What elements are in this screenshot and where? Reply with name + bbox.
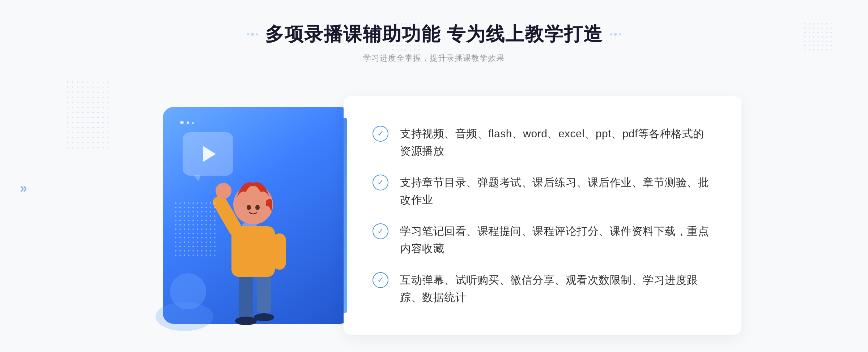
title-row: 多项录播课辅助功能 专为线上教学打造 — [247, 22, 621, 47]
accent-bar — [344, 118, 347, 313]
title-dots-right — [610, 33, 621, 36]
check-circle-1: ✓ — [373, 126, 388, 142]
arrow-left-icon: » — [20, 181, 27, 196]
svg-point-7 — [216, 183, 231, 199]
check-circle-4: ✓ — [373, 272, 388, 288]
content-area: ✓ 支持视频、音频、flash、word、excel、ppt、pdf等各种格式的… — [127, 85, 741, 345]
svg-rect-6 — [273, 233, 286, 270]
page-title: 多项录播课辅助功能 专为线上教学打造 — [265, 22, 603, 47]
check-mark-2: ✓ — [377, 179, 384, 186]
svg-rect-0 — [239, 270, 253, 320]
header-section: 多项录播课辅助功能 专为线上教学打造 学习进度全掌握，提升录播课教学效果 — [247, 22, 621, 64]
dots-decoration-left — [65, 80, 109, 152]
svg-point-2 — [235, 317, 257, 325]
feature-icon-4: ✓ — [373, 272, 388, 288]
features-panel: ✓ 支持视频、音频、flash、word、excel、ppt、pdf等各种格式的… — [344, 96, 741, 335]
feature-item-2: ✓ 支持章节目录、弹题考试、课后练习、课后作业、章节测验、批改作业 — [373, 171, 712, 211]
feature-text-4: 互动弹幕、试听购买、微信分享、观看次数限制、学习进度跟踪、数据统计 — [400, 271, 712, 306]
check-mark-1: ✓ — [377, 130, 384, 138]
page-wrapper: » 多项录播课辅助功能 专为线上教学打造 学习进度全掌握，提升录播课教学效果 — [0, 0, 868, 352]
feature-text-3: 学习笔记回看、课程提问、课程评论打分、课件资料下载，重点内容收藏 — [400, 223, 712, 257]
check-circle-3: ✓ — [373, 223, 388, 239]
check-circle-2: ✓ — [373, 175, 388, 190]
feature-icon-2: ✓ — [373, 175, 388, 190]
feature-text-2: 支持章节目录、弹题考试、课后练习、课后作业、章节测验、批改作业 — [400, 174, 712, 209]
dots-decoration-right — [803, 22, 832, 51]
illustration-panel — [127, 93, 373, 338]
check-mark-4: ✓ — [377, 276, 384, 284]
feature-icon-1: ✓ — [373, 126, 388, 142]
feature-icon-3: ✓ — [373, 223, 388, 239]
feature-item-4: ✓ 互动弹幕、试听购买、微信分享、观看次数限制、学习进度跟踪、数据统计 — [373, 269, 712, 309]
feature-item-3: ✓ 学习笔记回看、课程提问、课程评论打分、课件资料下载，重点内容收藏 — [373, 220, 712, 260]
check-mark-3: ✓ — [377, 227, 384, 235]
svg-point-9 — [247, 205, 251, 210]
sparkle-decoration — [180, 121, 194, 124]
svg-point-10 — [255, 205, 260, 210]
feature-item-1: ✓ 支持视频、音频、flash、word、excel、ppt、pdf等各种格式的… — [373, 122, 712, 163]
page-subtitle: 学习进度全掌握，提升录播课教学效果 — [247, 53, 621, 64]
feature-text-1: 支持视频、音频、flash、word、excel、ppt、pdf等各种格式的资源… — [400, 125, 712, 160]
card-dots-pattern — [174, 201, 217, 259]
svg-point-3 — [254, 313, 274, 321]
play-icon — [203, 146, 216, 162]
title-dots-left — [247, 33, 258, 36]
